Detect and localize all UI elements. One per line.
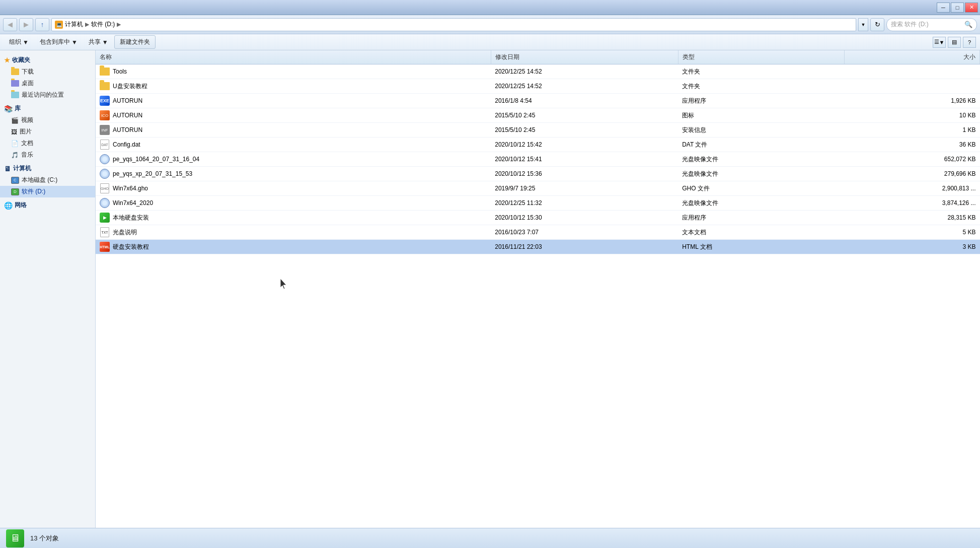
file-name-cell: EXEAUTORUN bbox=[96, 94, 491, 108]
table-row[interactable]: INFAUTORUN2015/5/10 2:45安装信息1 KB bbox=[96, 123, 980, 138]
file-size-cell: 36 KB bbox=[845, 138, 980, 152]
forward-button[interactable]: ▶ bbox=[19, 18, 33, 31]
sidebar-favorites-header[interactable]: ★ 收藏夹 bbox=[0, 54, 95, 66]
include-arrow-icon: ▼ bbox=[71, 39, 78, 46]
file-modified-cell: 2020/10/12 15:30 bbox=[491, 211, 678, 225]
organize-menu[interactable]: 组织 ▼ bbox=[4, 36, 34, 48]
music-icon: 🎵 bbox=[11, 152, 19, 159]
sidebar-item-documents[interactable]: 📄 文档 bbox=[0, 138, 95, 149]
sidebar-item-drive-c[interactable]: C 本地磁盘 (C:) bbox=[0, 174, 95, 186]
address-dropdown-button[interactable]: ▼ bbox=[858, 18, 868, 31]
iso-icon bbox=[100, 169, 110, 179]
folder-icon bbox=[100, 67, 110, 76]
dat-icon: DAT bbox=[100, 140, 109, 150]
status-app-icon: 🖥 bbox=[6, 529, 24, 547]
file-modified-cell: 2015/5/10 2:45 bbox=[491, 123, 678, 138]
table-row[interactable]: pe_yqs_xp_20_07_31_15_532020/10/12 15:36… bbox=[96, 167, 980, 181]
address-drive-label: 软件 (D:) bbox=[91, 20, 115, 29]
back-button[interactable]: ◀ bbox=[3, 18, 17, 31]
file-size-cell: 5 KB bbox=[845, 225, 980, 240]
file-size-cell: 3 KB bbox=[845, 240, 980, 254]
help-button[interactable]: ? bbox=[963, 37, 976, 48]
file-size-cell: 2,900,813 ... bbox=[845, 181, 980, 196]
table-row[interactable]: HTML硬盘安装教程2016/11/21 22:03HTML 文档3 KB bbox=[96, 240, 980, 254]
sidebar-item-drive-d[interactable]: D 软件 (D:) bbox=[0, 186, 95, 197]
file-modified-cell: 2019/9/7 19:25 bbox=[491, 181, 678, 196]
file-name-cell: TXT光盘说明 bbox=[96, 225, 491, 240]
sidebar-item-downloads[interactable]: 下载 bbox=[0, 66, 95, 78]
table-row[interactable]: GHOWin7x64.gho2019/9/7 19:25GHO 文件2,900,… bbox=[96, 181, 980, 196]
column-modified[interactable]: 修改日期 bbox=[491, 50, 678, 64]
table-row[interactable]: DATConfig.dat2020/10/12 15:42DAT 文件36 KB bbox=[96, 138, 980, 152]
iso-icon bbox=[100, 198, 110, 208]
new-folder-button[interactable]: 新建文件夹 bbox=[114, 35, 156, 49]
file-name-cell: GHOWin7x64.gho bbox=[96, 181, 491, 196]
file-name-cell: pe_yqs_xp_20_07_31_15_53 bbox=[96, 167, 491, 181]
file-name-text: pe_yqs_1064_20_07_31_16_04 bbox=[113, 156, 199, 163]
network-icon: 🌐 bbox=[4, 201, 13, 210]
status-count-text: 13 个对象 bbox=[30, 534, 59, 543]
ico-icon: ICO bbox=[100, 110, 110, 120]
sidebar-computer-label: 计算机 bbox=[13, 164, 31, 173]
file-modified-cell: 2016/1/8 4:54 bbox=[491, 94, 678, 108]
video-icon: 🎬 bbox=[11, 117, 19, 124]
refresh-button[interactable]: ↻ bbox=[870, 18, 884, 31]
address-sep2: ▶ bbox=[117, 21, 121, 28]
file-type-cell: 文件夹 bbox=[678, 79, 845, 94]
desktop-folder-icon bbox=[11, 80, 19, 87]
file-name-text: 硬盘安装教程 bbox=[113, 243, 149, 251]
table-row[interactable]: Tools2020/12/25 14:52文件夹 bbox=[96, 64, 980, 79]
table-row[interactable]: Win7x64_20202020/12/25 11:32光盘映像文件3,874,… bbox=[96, 196, 980, 211]
preview-pane-button[interactable]: ▤ bbox=[948, 37, 961, 48]
sidebar-computer-header[interactable]: 🖥 计算机 bbox=[0, 163, 95, 174]
maximize-button[interactable]: □ bbox=[951, 3, 964, 13]
file-type-cell: 光盘映像文件 bbox=[678, 167, 845, 181]
sidebar-item-desktop[interactable]: 桌面 bbox=[0, 78, 95, 89]
inf-icon: INF bbox=[100, 125, 110, 135]
sidebar-video-label: 视频 bbox=[21, 116, 33, 124]
column-name[interactable]: 名称 bbox=[96, 50, 491, 64]
file-type-cell: 文本文档 bbox=[678, 225, 845, 240]
sidebar-network-header[interactable]: 🌐 网络 bbox=[0, 199, 95, 211]
app-logo-icon: 🖥 bbox=[10, 532, 20, 544]
view-toggle-button[interactable]: ☰ ▼ bbox=[933, 37, 946, 48]
column-size[interactable]: 大小 bbox=[845, 50, 980, 64]
close-button[interactable]: ✕ bbox=[965, 3, 978, 13]
table-row[interactable]: pe_yqs_1064_20_07_31_16_042020/10/12 15:… bbox=[96, 152, 980, 167]
table-row[interactable]: ICOAUTORUN2015/5/10 2:45图标10 KB bbox=[96, 108, 980, 123]
table-row[interactable]: ▶本地硬盘安装2020/10/12 15:30应用程序28,315 KB bbox=[96, 211, 980, 225]
minimize-button[interactable]: ─ bbox=[937, 3, 950, 13]
file-name-text: Win7x64_2020 bbox=[113, 199, 153, 207]
search-box[interactable]: 搜索 软件 (D:) 🔍 bbox=[886, 18, 977, 31]
file-name-cell: INFAUTORUN bbox=[96, 123, 491, 138]
file-list[interactable]: 名称 修改日期 类型 大小 Tools2020/12/25 14:52文件夹U盘… bbox=[96, 50, 980, 528]
sidebar-computer-section: 🖥 计算机 C 本地磁盘 (C:) D 软件 (D:) bbox=[0, 163, 95, 197]
column-type[interactable]: 类型 bbox=[678, 50, 845, 64]
table-row[interactable]: U盘安装教程2020/12/25 14:52文件夹 bbox=[96, 79, 980, 94]
include-library-menu[interactable]: 包含到库中 ▼ bbox=[35, 36, 83, 48]
organize-arrow-icon: ▼ bbox=[23, 39, 29, 46]
view-icon: ☰ bbox=[934, 39, 939, 45]
file-type-cell: 安装信息 bbox=[678, 123, 845, 138]
sidebar-downloads-label: 下载 bbox=[22, 67, 34, 76]
pictures-icon: 🖼 bbox=[11, 128, 17, 135]
sidebar-recent-label: 最近访问的位置 bbox=[22, 91, 64, 99]
file-modified-cell: 2020/12/25 14:52 bbox=[491, 79, 678, 94]
file-name-text: 光盘说明 bbox=[113, 228, 137, 237]
up-button[interactable]: ↑ bbox=[35, 18, 49, 31]
back-icon: ◀ bbox=[8, 21, 13, 28]
sidebar-item-recent[interactable]: 最近访问的位置 bbox=[0, 89, 95, 101]
file-type-cell: 图标 bbox=[678, 108, 845, 123]
table-row[interactable]: TXT光盘说明2016/10/23 7:07文本文档5 KB bbox=[96, 225, 980, 240]
address-bar[interactable]: 💻 计算机 ▶ 软件 (D:) ▶ bbox=[51, 18, 856, 31]
sidebar-item-pictures[interactable]: 🖼 图片 bbox=[0, 126, 95, 138]
sidebar-library-header[interactable]: 📚 库 bbox=[0, 103, 95, 114]
table-row[interactable]: EXEAUTORUN2016/1/8 4:54应用程序1,926 KB bbox=[96, 94, 980, 108]
file-table: 名称 修改日期 类型 大小 Tools2020/12/25 14:52文件夹U盘… bbox=[96, 50, 980, 254]
include-label: 包含到库中 bbox=[40, 38, 70, 46]
file-name-text: 本地硬盘安装 bbox=[113, 214, 149, 222]
sidebar-item-video[interactable]: 🎬 视频 bbox=[0, 114, 95, 126]
sidebar-item-music[interactable]: 🎵 音乐 bbox=[0, 149, 95, 161]
share-menu[interactable]: 共享 ▼ bbox=[84, 36, 113, 48]
file-type-cell: 应用程序 bbox=[678, 211, 845, 225]
